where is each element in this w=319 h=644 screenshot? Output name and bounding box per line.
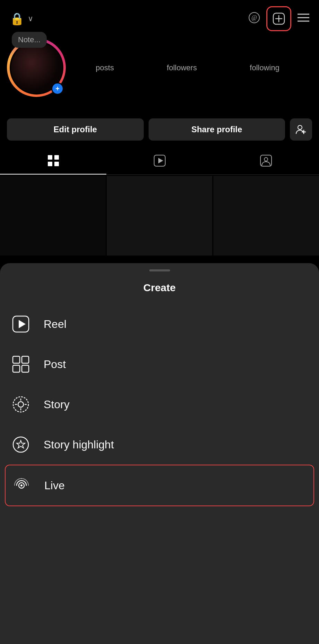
svg-point-8	[298, 125, 302, 129]
grid-icon	[47, 154, 60, 170]
svg-rect-23	[13, 365, 20, 372]
top-bar-left: 🔒 ∨	[10, 12, 33, 26]
action-buttons: Edit profile Share profile	[0, 111, 319, 141]
svg-point-33	[20, 484, 23, 486]
lock-icon: 🔒	[10, 12, 24, 26]
story-label: Story	[44, 398, 70, 411]
dropdown-arrow-icon[interactable]: ∨	[28, 14, 33, 23]
top-bar: 🔒 ∨ @	[0, 0, 319, 35]
create-story-item[interactable]: Story	[10, 384, 309, 424]
create-post-button[interactable]	[266, 6, 291, 31]
stats-section: posts followers following	[66, 63, 309, 72]
tab-grid[interactable]	[0, 150, 106, 175]
svg-rect-11	[48, 155, 52, 160]
story-highlight-label: Story highlight	[44, 438, 114, 451]
tagged-icon	[260, 154, 272, 170]
grid-cell[interactable]	[213, 176, 319, 256]
following-label: following	[250, 63, 280, 72]
add-person-button[interactable]	[290, 118, 312, 141]
svg-rect-21	[13, 356, 20, 363]
grid-cell[interactable]	[0, 176, 106, 256]
tab-tagged[interactable]	[213, 150, 319, 175]
followers-stat[interactable]: followers	[167, 63, 197, 72]
bottom-sheet: Create Reel Post	[0, 263, 319, 644]
reel-icon	[10, 314, 31, 334]
sheet-items: Reel Post	[0, 304, 319, 506]
followers-label: followers	[167, 63, 197, 72]
add-story-badge[interactable]: +	[51, 82, 64, 95]
posts-label: posts	[96, 63, 114, 72]
following-stat[interactable]: following	[250, 63, 280, 72]
live-label: Live	[44, 479, 65, 492]
svg-text:@: @	[251, 14, 257, 21]
create-reel-item[interactable]: Reel	[10, 304, 309, 344]
reel-label: Reel	[44, 318, 67, 331]
share-profile-button[interactable]: Share profile	[149, 118, 285, 141]
hamburger-icon[interactable]	[298, 13, 309, 25]
tabs-section	[0, 150, 319, 175]
svg-rect-13	[48, 162, 52, 166]
sheet-title: Create	[0, 275, 319, 304]
photo-grid	[0, 176, 319, 256]
svg-point-31	[13, 437, 28, 452]
profile-section: Note... + posts followers following	[0, 35, 319, 97]
bio-section	[0, 97, 319, 111]
posts-stat[interactable]: posts	[96, 63, 114, 72]
post-icon	[10, 354, 31, 375]
story-highlight-icon	[10, 434, 31, 455]
tab-reels[interactable]	[106, 150, 213, 175]
grid-cell[interactable]	[107, 176, 212, 256]
create-post-item[interactable]: Post	[10, 344, 309, 384]
note-bubble[interactable]: Note...	[12, 32, 47, 48]
svg-marker-16	[158, 158, 163, 163]
reels-icon	[153, 154, 166, 170]
svg-rect-24	[22, 365, 29, 372]
live-icon	[11, 475, 32, 496]
svg-rect-14	[54, 162, 59, 166]
edit-profile-button[interactable]: Edit profile	[7, 118, 144, 141]
sheet-handle	[149, 269, 170, 271]
avatar-container[interactable]: Note... +	[7, 38, 66, 97]
create-live-item[interactable]: Live	[5, 465, 314, 506]
create-story-highlight-item[interactable]: Story highlight	[10, 424, 309, 465]
top-bar-right: @	[248, 6, 309, 31]
svg-point-26	[18, 402, 24, 407]
svg-point-18	[264, 158, 268, 161]
post-label: Post	[44, 358, 66, 371]
threads-icon[interactable]: @	[248, 12, 260, 26]
svg-rect-12	[54, 155, 59, 160]
svg-rect-22	[22, 356, 29, 363]
svg-marker-20	[19, 320, 26, 328]
story-icon	[10, 394, 31, 415]
